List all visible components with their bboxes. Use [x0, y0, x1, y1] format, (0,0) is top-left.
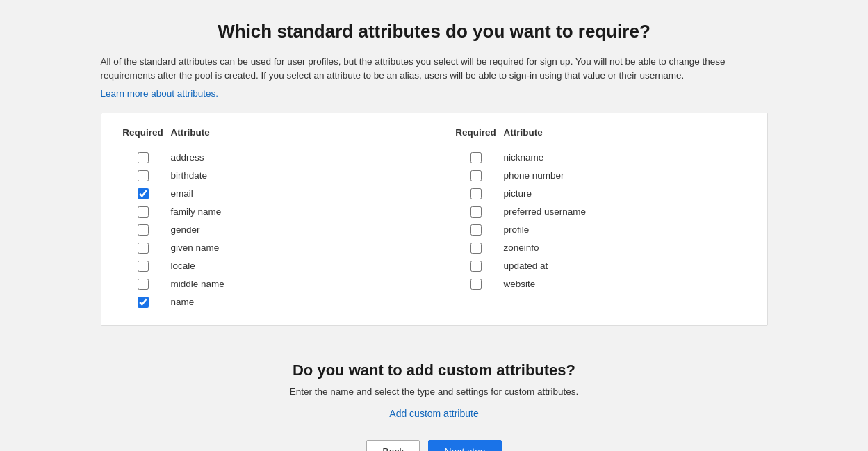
attribute-label-picture: picture: [504, 188, 746, 199]
custom-description: Enter the name and select the type and s…: [101, 386, 768, 397]
right-attribute-row: zoneinfo: [455, 239, 746, 257]
right-column: Required Attribute nicknamephone numberp…: [455, 127, 746, 311]
checkbox-updated-at[interactable]: [470, 261, 482, 272]
custom-title: Do you want to add custom attributes?: [101, 361, 768, 379]
right-attribute-row: preferred username: [455, 203, 746, 221]
checkbox-name[interactable]: [138, 297, 149, 308]
right-attribute-row: phone number: [455, 167, 746, 185]
right-attribute-row: profile: [455, 221, 746, 239]
page-title: Which standard attributes do you want to…: [101, 21, 768, 42]
left-attributes-list: addressbirthdateemailfamily namegendergi…: [122, 149, 413, 311]
checkbox-website[interactable]: [470, 279, 482, 290]
attribute-label-family-name: family name: [171, 206, 413, 217]
checkbox-locale[interactable]: [138, 261, 149, 272]
attribute-label-nickname: nickname: [504, 152, 746, 163]
attribute-label-email: email: [171, 188, 413, 199]
right-attribute-header: Attribute: [504, 127, 746, 138]
right-attributes-list: nicknamephone numberpicturepreferred use…: [455, 149, 746, 293]
right-required-header: Required: [455, 127, 497, 138]
right-attribute-row: nickname: [455, 149, 746, 167]
checkbox-preferred-username[interactable]: [470, 206, 482, 218]
checkbox-family-name[interactable]: [138, 206, 149, 218]
checkbox-gender[interactable]: [138, 224, 149, 236]
left-attribute-row: name: [122, 293, 413, 311]
attribute-label-locale: locale: [171, 261, 413, 271]
attribute-label-preferred-username: preferred username: [504, 206, 746, 217]
left-attribute-row: email: [122, 185, 413, 203]
learn-more-link[interactable]: Learn more about attributes.: [101, 88, 219, 99]
attribute-label-website: website: [504, 279, 746, 289]
checkbox-email[interactable]: [138, 188, 149, 199]
attribute-label-zoneinfo: zoneinfo: [504, 243, 746, 253]
attribute-label-phone-number: phone number: [504, 170, 746, 181]
page-description: All of the standard attributes can be us…: [101, 55, 768, 83]
left-column-header: Required Attribute: [122, 127, 413, 140]
checkbox-given-name[interactable]: [138, 243, 149, 254]
right-attribute-row: updated at: [455, 257, 746, 275]
left-attribute-row: middle name: [122, 275, 413, 293]
checkbox-birthdate[interactable]: [138, 170, 149, 181]
left-required-header: Required: [122, 127, 164, 138]
left-attribute-row: locale: [122, 257, 413, 275]
left-attribute-row: family name: [122, 203, 413, 221]
right-column-header: Required Attribute: [455, 127, 746, 140]
attributes-grid: Required Attribute addressbirthdateemail…: [122, 127, 746, 311]
left-column: Required Attribute addressbirthdateemail…: [122, 127, 413, 311]
attributes-section: Required Attribute addressbirthdateemail…: [101, 113, 768, 326]
back-button[interactable]: Back: [366, 440, 420, 452]
left-attribute-row: birthdate: [122, 167, 413, 185]
left-attribute-header: Attribute: [171, 127, 413, 138]
checkbox-address[interactable]: [138, 152, 149, 163]
left-attribute-row: given name: [122, 239, 413, 257]
right-attribute-row: picture: [455, 185, 746, 203]
attribute-label-address: address: [171, 152, 413, 163]
left-attribute-row: address: [122, 149, 413, 167]
add-custom-attribute-button[interactable]: Add custom attribute: [389, 408, 478, 419]
checkbox-middle-name[interactable]: [138, 279, 149, 290]
attribute-label-name: name: [171, 297, 413, 307]
attribute-label-birthdate: birthdate: [171, 170, 413, 181]
checkbox-picture[interactable]: [470, 188, 482, 199]
footer-buttons: Back Next step: [101, 440, 768, 452]
checkbox-profile[interactable]: [470, 224, 482, 236]
checkbox-nickname[interactable]: [470, 152, 482, 163]
custom-attributes-section: Do you want to add custom attributes? En…: [101, 361, 768, 419]
attribute-label-updated-at: updated at: [504, 261, 746, 271]
attribute-label-middle-name: middle name: [171, 279, 413, 289]
right-attribute-row: website: [455, 275, 746, 293]
checkbox-zoneinfo[interactable]: [470, 243, 482, 254]
checkbox-phone-number[interactable]: [470, 170, 482, 181]
attribute-label-gender: gender: [171, 224, 413, 235]
section-divider: [101, 347, 768, 347]
next-step-button[interactable]: Next step: [428, 440, 501, 452]
attribute-label-given-name: given name: [171, 243, 413, 253]
attribute-label-profile: profile: [504, 224, 746, 235]
left-attribute-row: gender: [122, 221, 413, 239]
